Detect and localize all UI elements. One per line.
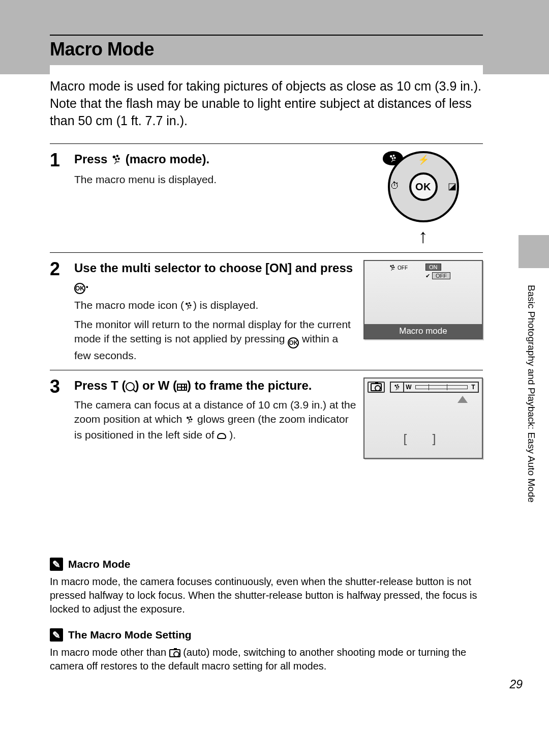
pencil-icon: ✎ [50, 628, 63, 642]
step-figure: W T [ ] [363, 377, 483, 459]
option-off: OFF [432, 272, 450, 279]
macro-icon [184, 300, 193, 314]
ok-icon: OK [74, 283, 85, 294]
zoom-t-label: T [111, 379, 118, 392]
step-desc-line: The monitor will return to the normal di… [74, 317, 357, 363]
step-number: 3 [50, 377, 74, 459]
notes-section: ✎ Macro Mode In macro mode, the camera f… [50, 558, 483, 685]
intro-paragraph: Macro mode is used for taking pictures o… [50, 65, 483, 129]
macro-icon [111, 153, 122, 168]
up-arrow-icon: ↑ [418, 226, 428, 246]
step-description: The macro menu is displayed. [74, 172, 357, 187]
magnify-icon [126, 382, 135, 391]
step-figure: ⚡ ⏱ ◪ OK ↑ [363, 151, 483, 245]
note-title: ✎ The Macro Mode Setting [50, 628, 483, 642]
macro-icon [185, 414, 194, 428]
step-title-text: . [85, 277, 89, 290]
steps-list: 1 Press (macro mode). The macro menu is … [50, 143, 483, 466]
step-title-text: Press [74, 379, 111, 392]
step-number: 2 [50, 260, 74, 363]
check-icon: ✔ [425, 273, 430, 279]
camera-icon [368, 382, 385, 393]
flash-icon: ⚡ [383, 154, 464, 165]
macro-off-indicator: OFF [389, 264, 408, 271]
multi-selector-dial: ⚡ ⏱ ◪ OK ↑ [383, 151, 464, 245]
step-description: The camera can focus at a distance of 10… [74, 398, 357, 443]
step: 2 Use the multi selector to choose [ON] … [50, 252, 483, 370]
step-title-text: ) or [135, 379, 158, 392]
step-title-text: ) to frame the picture. [187, 379, 312, 392]
step-title: Press T () or W () to frame the picture. [74, 377, 357, 393]
thumb-tab [518, 235, 549, 268]
step-body: Use the multi selector to choose [ON] an… [74, 260, 363, 363]
macro-icon [391, 383, 404, 392]
step-body: Press T () or W () to frame the picture.… [74, 377, 363, 459]
step-title-text: Press [74, 152, 111, 166]
lcd-caption: Macro mode [364, 324, 482, 338]
zoom-threshold-icon [458, 396, 468, 403]
step-title: Use the multi selector to choose [ON] an… [74, 260, 357, 294]
note-body: In macro mode, the camera focuses contin… [50, 575, 483, 616]
note: ✎ The Macro Mode Setting In macro mode o… [50, 628, 483, 673]
step-title: Press (macro mode). [74, 151, 357, 168]
lcd-panel-macro-menu: OFF ON ✔ OFF Macro mode [363, 260, 483, 339]
section-title: Macro Mode [50, 39, 483, 60]
note-body: In macro mode other than (auto) mode, sw… [50, 646, 483, 673]
zoom-indicator-bar: W T [390, 382, 479, 393]
note-title-text: Macro Mode [68, 558, 131, 570]
step-title-text: ( [173, 379, 177, 392]
ok-icon: OK [288, 337, 299, 348]
note-title: ✎ Macro Mode [50, 558, 483, 571]
zoom-threshold-icon [217, 433, 226, 439]
step-figure: OFF ON ✔ OFF Macro mode [363, 260, 483, 363]
note-body-text: In macro mode other than [50, 647, 169, 658]
focus-brackets: [ ] [364, 432, 482, 447]
step: 3 Press T () or W () to frame the pictur… [50, 370, 483, 466]
step-title-text: (macro mode). [126, 152, 209, 166]
step-desc-line: The macro mode icon () is displayed. [74, 298, 357, 314]
step-body: Press (macro mode). The macro menu is di… [74, 151, 363, 245]
note: ✎ Macro Mode In macro mode, the camera f… [50, 558, 483, 616]
ok-button: OK [409, 172, 438, 201]
option-on: ON [425, 264, 441, 271]
step-title-text: Use the multi selector to choose [ON] an… [74, 261, 353, 275]
step-desc-line: The macro menu is displayed. [74, 172, 357, 187]
step-title-text: ( [121, 379, 126, 392]
page-number: 29 [509, 678, 523, 691]
pencil-icon: ✎ [50, 558, 63, 571]
step-desc-line: The camera can focus at a distance of 10… [74, 398, 357, 443]
step-number: 1 [50, 151, 74, 245]
page-content: Macro Mode Macro mode is used for taking… [50, 35, 483, 466]
zoom-w-label: W [158, 379, 170, 392]
section-side-label: Basic Photography and Playback: Easy Aut… [526, 285, 537, 503]
thumbnail-icon [177, 384, 187, 391]
step-description: The macro mode icon () is displayed. The… [74, 298, 357, 363]
self-timer-icon: ⏱ [390, 181, 400, 191]
zoom-w-label: W [404, 384, 413, 391]
zoom-t-label: T [470, 384, 477, 391]
camera-icon [169, 649, 180, 657]
section-title-rule: Macro Mode [50, 35, 483, 65]
lcd-panel-zoom: W T [ ] [363, 377, 483, 459]
step: 1 Press (macro mode). The macro menu is … [50, 143, 483, 252]
exposure-comp-icon: ◪ [448, 181, 456, 192]
zoom-track [415, 385, 468, 389]
note-title-text: The Macro Mode Setting [68, 629, 192, 641]
